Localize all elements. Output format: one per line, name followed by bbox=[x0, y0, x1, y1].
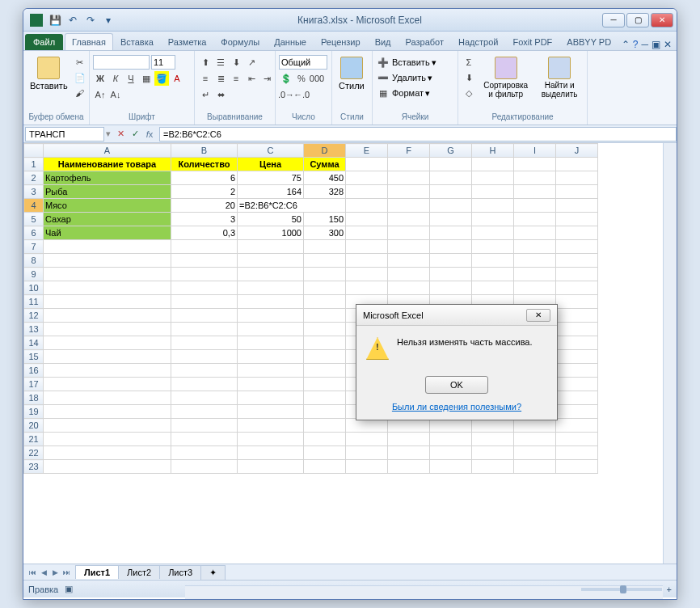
styles-button[interactable]: Стили bbox=[335, 55, 368, 92]
cell[interactable] bbox=[556, 171, 598, 185]
cell[interactable] bbox=[238, 433, 304, 446]
cell[interactable] bbox=[304, 460, 346, 474]
cell[interactable] bbox=[171, 433, 238, 446]
row-header-13[interactable]: 13 bbox=[24, 323, 44, 336]
cell[interactable] bbox=[556, 254, 598, 268]
row-header-19[interactable]: 19 bbox=[24, 405, 44, 419]
cell[interactable] bbox=[44, 460, 171, 474]
sheet-nav-first-icon[interactable]: ⏮ bbox=[27, 567, 38, 578]
dec-decimal-button[interactable]: ←.0 bbox=[294, 87, 309, 102]
cell[interactable] bbox=[304, 364, 346, 378]
cell[interactable] bbox=[238, 254, 304, 268]
cell[interactable] bbox=[388, 171, 430, 185]
cell[interactable] bbox=[171, 460, 238, 474]
font-name-combo[interactable] bbox=[93, 55, 150, 70]
cell[interactable] bbox=[556, 391, 598, 405]
cell[interactable] bbox=[556, 268, 598, 281]
cell[interactable] bbox=[346, 213, 388, 226]
sheet-tab-3[interactable]: Лист3 bbox=[159, 565, 201, 579]
font-size-combo[interactable]: 11 bbox=[151, 55, 175, 70]
cell[interactable] bbox=[430, 226, 472, 240]
cell[interactable] bbox=[171, 309, 238, 323]
align-center-button[interactable]: ≣ bbox=[213, 71, 228, 86]
cell[interactable] bbox=[514, 419, 556, 433]
italic-button[interactable]: К bbox=[108, 71, 123, 86]
grow-font-button[interactable]: A↑ bbox=[93, 87, 108, 102]
cell[interactable] bbox=[346, 158, 388, 171]
row-header-15[interactable]: 15 bbox=[24, 350, 44, 364]
tab-view[interactable]: Вид bbox=[368, 33, 398, 50]
cell[interactable] bbox=[514, 240, 556, 254]
cell[interactable] bbox=[171, 446, 238, 460]
cell[interactable] bbox=[472, 281, 514, 295]
tab-data[interactable]: Данные bbox=[267, 33, 314, 50]
cell[interactable] bbox=[430, 158, 472, 171]
sheet-nav-last-icon[interactable]: ⏭ bbox=[61, 567, 72, 578]
worksheet-grid[interactable]: A B C D E F G H I J 1 Наименование товар… bbox=[23, 143, 677, 564]
col-header-B[interactable]: B bbox=[171, 144, 238, 158]
cell[interactable] bbox=[44, 364, 171, 378]
cell[interactable] bbox=[238, 350, 304, 364]
cell[interactable] bbox=[388, 185, 430, 199]
cell[interactable] bbox=[388, 433, 430, 446]
cell[interactable] bbox=[238, 391, 304, 405]
cell[interactable] bbox=[346, 419, 388, 433]
cut-button[interactable]: ✂ bbox=[73, 55, 87, 70]
cell[interactable] bbox=[556, 185, 598, 199]
cell[interactable] bbox=[304, 323, 346, 336]
cell[interactable] bbox=[171, 240, 238, 254]
row-header-17[interactable]: 17 bbox=[24, 378, 44, 391]
cell[interactable] bbox=[346, 199, 388, 213]
cell[interactable] bbox=[44, 240, 171, 254]
cell[interactable] bbox=[44, 350, 171, 364]
cell[interactable] bbox=[238, 460, 304, 474]
cell[interactable] bbox=[472, 185, 514, 199]
dialog-feedback-link[interactable]: Были ли сведения полезными? bbox=[392, 402, 521, 412]
cell[interactable] bbox=[171, 350, 238, 364]
col-header-J[interactable]: J bbox=[556, 144, 598, 158]
cell[interactable] bbox=[514, 199, 556, 213]
cell-B6[interactable]: 0,3 bbox=[171, 226, 238, 240]
paste-button[interactable]: Вставить bbox=[27, 55, 71, 92]
cell-B1[interactable]: Количество bbox=[171, 158, 238, 171]
row-header-5[interactable]: 5 bbox=[24, 213, 44, 226]
new-sheet-button[interactable]: ✦ bbox=[200, 565, 226, 580]
cell[interactable] bbox=[388, 268, 430, 281]
cell[interactable] bbox=[304, 446, 346, 460]
cell[interactable] bbox=[430, 185, 472, 199]
col-header-I[interactable]: I bbox=[514, 144, 556, 158]
cell[interactable] bbox=[44, 446, 171, 460]
cell[interactable] bbox=[304, 336, 346, 350]
cell-A1[interactable]: Наименование товара bbox=[44, 158, 171, 171]
copy-button[interactable]: 📄 bbox=[73, 70, 87, 85]
tab-review[interactable]: Рецензир bbox=[314, 33, 368, 50]
row-header-1[interactable]: 1 bbox=[24, 158, 44, 171]
cell-B3[interactable]: 2 bbox=[171, 185, 238, 199]
cell-C6[interactable]: 1000 bbox=[238, 226, 304, 240]
formula-bar[interactable]: =B2:B6*C2:C6 bbox=[159, 127, 677, 141]
cell-A3[interactable]: Рыба bbox=[44, 185, 171, 199]
cell[interactable] bbox=[514, 171, 556, 185]
cell-B5[interactable]: 3 bbox=[171, 213, 238, 226]
cell[interactable] bbox=[430, 268, 472, 281]
ribbon-minimize-icon[interactable]: ⌃ bbox=[622, 39, 630, 50]
cell[interactable] bbox=[346, 268, 388, 281]
cell[interactable] bbox=[556, 213, 598, 226]
cell[interactable] bbox=[238, 323, 304, 336]
cell[interactable] bbox=[304, 240, 346, 254]
cell-C4-editing[interactable]: =B2:B6*C2:C6 bbox=[238, 199, 346, 213]
cell[interactable] bbox=[514, 254, 556, 268]
cell[interactable] bbox=[430, 199, 472, 213]
cell[interactable] bbox=[556, 433, 598, 446]
cell[interactable] bbox=[430, 281, 472, 295]
zoom-in-button[interactable]: + bbox=[667, 585, 672, 594]
cell[interactable] bbox=[514, 433, 556, 446]
bold-button[interactable]: Ж bbox=[93, 71, 108, 86]
row-header-4[interactable]: 4 bbox=[24, 199, 44, 213]
cell[interactable] bbox=[44, 254, 171, 268]
cell[interactable] bbox=[304, 254, 346, 268]
cell[interactable] bbox=[472, 158, 514, 171]
find-select-button[interactable]: Найти и выделить bbox=[535, 55, 584, 100]
dialog-ok-button[interactable]: OK bbox=[425, 376, 488, 394]
cell-C3[interactable]: 164 bbox=[238, 185, 304, 199]
